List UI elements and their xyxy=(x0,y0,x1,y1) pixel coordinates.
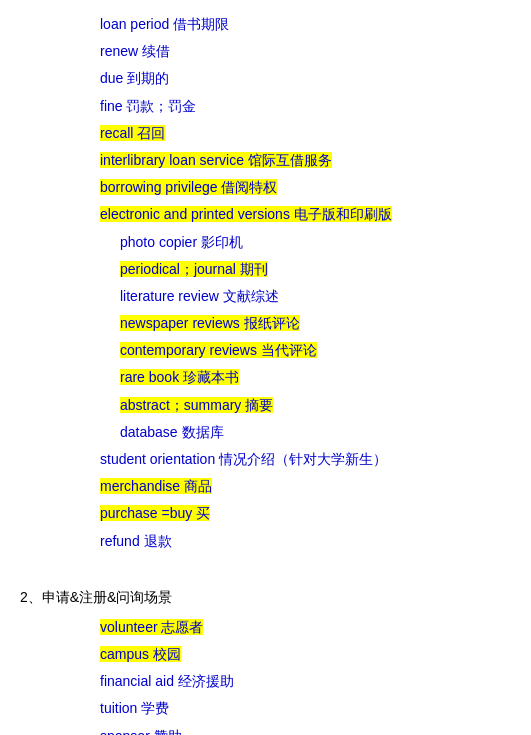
vocab-item-database: database 数据库 xyxy=(120,420,511,445)
vocab-item-refund: refund 退款 xyxy=(100,529,511,554)
vocab-item-fine: fine 罚款；罚金 xyxy=(100,94,511,119)
vocab-item-newspaper: newspaper reviews 报纸评论 xyxy=(120,311,511,336)
vocab-item-student-orientation: student orientation 情况介绍（针对大学新生） xyxy=(100,447,511,472)
vocab-item-abstract: abstract；summary 摘要 xyxy=(120,393,511,418)
section-header-2: 2、申请&注册&问询场景 xyxy=(20,589,511,607)
vocab-item-tuition: tuition 学费 xyxy=(100,696,511,721)
vocab-item-periodical: periodical；journal 期刊 xyxy=(120,257,511,282)
vocab-item-renew: renew 续借 xyxy=(100,39,511,64)
vocab-item-interlibrary: interlibrary loan service 馆际互借服务 xyxy=(100,148,511,173)
vocab-item-financial-aid: financial aid 经济援助 xyxy=(100,669,511,694)
vocab-section-1: loan period 借书期限 renew 续借 due 到期的 fine 罚… xyxy=(100,12,511,554)
vocab-item-contemporary: contemporary reviews 当代评论 xyxy=(120,338,511,363)
vocab-item-photocopier: photo copier 影印机 xyxy=(120,230,511,255)
vocab-item-recall: recall 召回 xyxy=(100,121,511,146)
vocab-item-borrowing: borrowing privilege 借阅特权 xyxy=(100,175,511,200)
vocab-item-campus: campus 校园 xyxy=(100,642,511,667)
vocab-item-merchandise: merchandise 商品 xyxy=(100,474,511,499)
vocab-item-literature: literature review 文献综述 xyxy=(120,284,511,309)
vocab-item-loan-period: loan period 借书期限 xyxy=(100,12,511,37)
vocab-item-due: due 到期的 xyxy=(100,66,511,91)
vocab-item-sponsor: sponsor 赞助 xyxy=(100,724,511,736)
vocab-item-rarebook: rare book 珍藏本书 xyxy=(120,365,511,390)
vocab-item-volunteer: volunteer 志愿者 xyxy=(100,615,511,640)
vocab-item-purchase: purchase =buy 买 xyxy=(100,501,511,526)
vocab-section-2: volunteer 志愿者 campus 校园 financial aid 经济… xyxy=(100,615,511,735)
vocab-item-electronic: electronic and printed versions 电子版和印刷版 xyxy=(100,202,511,227)
